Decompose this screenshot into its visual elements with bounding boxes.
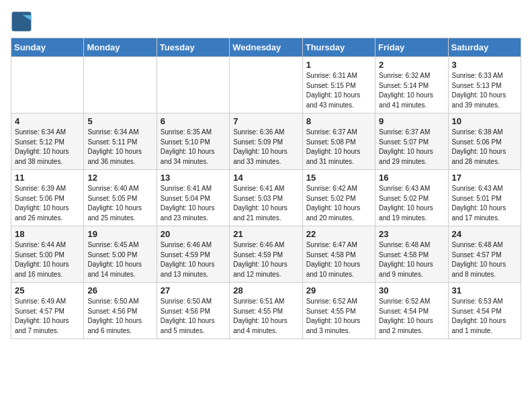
calendar-cell: 24Sunrise: 6:48 AM Sunset: 4:57 PM Dayli… (448, 226, 521, 283)
day-info: Sunrise: 6:40 AM Sunset: 5:05 PM Dayligh… (87, 184, 152, 223)
day-number: 10 (452, 116, 517, 126)
day-number: 21 (233, 229, 298, 239)
calendar-cell (11, 57, 84, 113)
weekday-header-thursday: Thursday (302, 38, 375, 57)
day-info: Sunrise: 6:47 AM Sunset: 4:58 PM Dayligh… (306, 240, 371, 279)
day-info: Sunrise: 6:31 AM Sunset: 5:15 PM Dayligh… (306, 71, 371, 110)
day-info: Sunrise: 6:41 AM Sunset: 5:04 PM Dayligh… (161, 184, 226, 223)
day-number: 8 (306, 116, 371, 126)
day-number: 1 (306, 60, 371, 70)
day-info: Sunrise: 6:45 AM Sunset: 5:00 PM Dayligh… (87, 240, 152, 279)
day-number: 5 (87, 116, 152, 126)
day-number: 15 (306, 173, 371, 183)
calendar-cell: 21Sunrise: 6:46 AM Sunset: 4:59 PM Dayli… (230, 226, 302, 283)
calendar-cell (157, 57, 229, 113)
calendar-cell: 29Sunrise: 6:52 AM Sunset: 4:55 PM Dayli… (302, 283, 375, 339)
calendar-cell: 11Sunrise: 6:39 AM Sunset: 5:06 PM Dayli… (11, 170, 84, 226)
day-number: 2 (379, 60, 444, 70)
week-row-5: 25Sunrise: 6:49 AM Sunset: 4:57 PM Dayli… (11, 283, 521, 339)
calendar-cell: 25Sunrise: 6:49 AM Sunset: 4:57 PM Dayli… (11, 283, 84, 339)
calendar-cell (84, 57, 157, 113)
logo (11, 11, 35, 32)
day-info: Sunrise: 6:34 AM Sunset: 5:11 PM Dayligh… (87, 128, 152, 167)
day-info: Sunrise: 6:37 AM Sunset: 5:08 PM Dayligh… (306, 128, 371, 167)
calendar-cell: 18Sunrise: 6:44 AM Sunset: 5:00 PM Dayli… (11, 226, 84, 283)
week-row-3: 11Sunrise: 6:39 AM Sunset: 5:06 PM Dayli… (11, 170, 521, 226)
week-row-4: 18Sunrise: 6:44 AM Sunset: 5:00 PM Dayli… (11, 226, 521, 283)
day-info: Sunrise: 6:33 AM Sunset: 5:13 PM Dayligh… (452, 71, 517, 110)
weekday-header-wednesday: Wednesday (230, 38, 302, 57)
day-info: Sunrise: 6:35 AM Sunset: 5:10 PM Dayligh… (161, 128, 226, 167)
day-number: 17 (452, 173, 517, 183)
weekday-header-tuesday: Tuesday (157, 38, 229, 57)
day-number: 23 (379, 229, 444, 239)
day-info: Sunrise: 6:53 AM Sunset: 4:54 PM Dayligh… (452, 297, 517, 336)
calendar-cell: 14Sunrise: 6:41 AM Sunset: 5:03 PM Dayli… (230, 170, 302, 226)
calendar-cell: 13Sunrise: 6:41 AM Sunset: 5:04 PM Dayli… (157, 170, 229, 226)
day-number: 18 (15, 229, 80, 239)
day-number: 4 (15, 116, 80, 126)
weekday-header-friday: Friday (375, 38, 448, 57)
day-info: Sunrise: 6:50 AM Sunset: 4:56 PM Dayligh… (87, 297, 152, 336)
day-number: 7 (233, 116, 298, 126)
day-number: 3 (452, 60, 517, 70)
calendar-cell: 12Sunrise: 6:40 AM Sunset: 5:05 PM Dayli… (84, 170, 157, 226)
calendar-cell: 2Sunrise: 6:32 AM Sunset: 5:14 PM Daylig… (375, 57, 448, 113)
day-number: 28 (233, 285, 298, 295)
calendar-cell: 4Sunrise: 6:34 AM Sunset: 5:12 PM Daylig… (11, 113, 84, 170)
day-info: Sunrise: 6:43 AM Sunset: 5:01 PM Dayligh… (452, 184, 517, 223)
day-info: Sunrise: 6:44 AM Sunset: 5:00 PM Dayligh… (15, 240, 80, 279)
calendar-cell: 23Sunrise: 6:48 AM Sunset: 4:58 PM Dayli… (375, 226, 448, 283)
calendar-cell: 3Sunrise: 6:33 AM Sunset: 5:13 PM Daylig… (448, 57, 521, 113)
day-number: 20 (161, 229, 226, 239)
day-info: Sunrise: 6:48 AM Sunset: 4:58 PM Dayligh… (379, 240, 444, 279)
calendar-cell: 28Sunrise: 6:51 AM Sunset: 4:55 PM Dayli… (230, 283, 302, 339)
day-info: Sunrise: 6:36 AM Sunset: 5:09 PM Dayligh… (233, 128, 298, 167)
calendar-cell: 20Sunrise: 6:46 AM Sunset: 4:59 PM Dayli… (157, 226, 229, 283)
day-number: 22 (306, 229, 371, 239)
calendar-table: SundayMondayTuesdayWednesdayThursdayFrid… (11, 38, 521, 339)
week-row-2: 4Sunrise: 6:34 AM Sunset: 5:12 PM Daylig… (11, 113, 521, 170)
day-info: Sunrise: 6:46 AM Sunset: 4:59 PM Dayligh… (161, 240, 226, 279)
calendar-cell: 9Sunrise: 6:37 AM Sunset: 5:07 PM Daylig… (375, 113, 448, 170)
weekday-header-monday: Monday (84, 38, 157, 57)
day-info: Sunrise: 6:41 AM Sunset: 5:03 PM Dayligh… (233, 184, 298, 223)
calendar-cell: 19Sunrise: 6:45 AM Sunset: 5:00 PM Dayli… (84, 226, 157, 283)
calendar-cell: 10Sunrise: 6:38 AM Sunset: 5:06 PM Dayli… (448, 113, 521, 170)
page-header (11, 11, 521, 32)
weekday-header-saturday: Saturday (448, 38, 521, 57)
day-info: Sunrise: 6:38 AM Sunset: 5:06 PM Dayligh… (452, 128, 517, 167)
weekday-header-row: SundayMondayTuesdayWednesdayThursdayFrid… (11, 38, 521, 57)
calendar-cell: 6Sunrise: 6:35 AM Sunset: 5:10 PM Daylig… (157, 113, 229, 170)
day-number: 16 (379, 173, 444, 183)
calendar-cell: 16Sunrise: 6:43 AM Sunset: 5:02 PM Dayli… (375, 170, 448, 226)
day-number: 14 (233, 173, 298, 183)
day-number: 11 (15, 173, 80, 183)
weekday-header-sunday: Sunday (11, 38, 84, 57)
calendar-cell: 26Sunrise: 6:50 AM Sunset: 4:56 PM Dayli… (84, 283, 157, 339)
day-number: 30 (379, 285, 444, 295)
day-number: 29 (306, 285, 371, 295)
day-info: Sunrise: 6:34 AM Sunset: 5:12 PM Dayligh… (15, 128, 80, 167)
day-info: Sunrise: 6:42 AM Sunset: 5:02 PM Dayligh… (306, 184, 371, 223)
day-number: 24 (452, 229, 517, 239)
calendar-cell: 22Sunrise: 6:47 AM Sunset: 4:58 PM Dayli… (302, 226, 375, 283)
day-number: 26 (87, 285, 152, 295)
calendar-cell: 1Sunrise: 6:31 AM Sunset: 5:15 PM Daylig… (302, 57, 375, 113)
day-number: 25 (15, 285, 80, 295)
week-row-1: 1Sunrise: 6:31 AM Sunset: 5:15 PM Daylig… (11, 57, 521, 113)
day-info: Sunrise: 6:50 AM Sunset: 4:56 PM Dayligh… (161, 297, 226, 336)
day-info: Sunrise: 6:51 AM Sunset: 4:55 PM Dayligh… (233, 297, 298, 336)
day-number: 9 (379, 116, 444, 126)
day-number: 13 (161, 173, 226, 183)
calendar-cell: 8Sunrise: 6:37 AM Sunset: 5:08 PM Daylig… (302, 113, 375, 170)
day-number: 31 (452, 285, 517, 295)
day-number: 19 (87, 229, 152, 239)
svg-rect-0 (12, 12, 32, 32)
calendar-cell (230, 57, 302, 113)
day-number: 6 (161, 116, 226, 126)
calendar-cell: 5Sunrise: 6:34 AM Sunset: 5:11 PM Daylig… (84, 113, 157, 170)
day-info: Sunrise: 6:32 AM Sunset: 5:14 PM Dayligh… (379, 71, 444, 110)
calendar-cell: 30Sunrise: 6:52 AM Sunset: 4:54 PM Dayli… (375, 283, 448, 339)
day-info: Sunrise: 6:37 AM Sunset: 5:07 PM Dayligh… (379, 128, 444, 167)
